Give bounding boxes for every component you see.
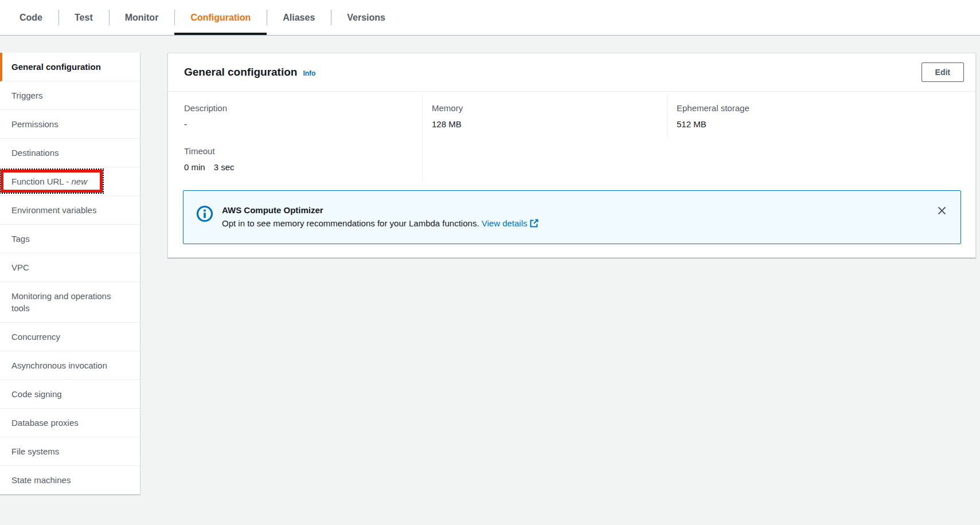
configuration-layout: General configuration Triggers Permissio…	[0, 36, 980, 495]
field-spacer	[422, 138, 667, 181]
new-badge: new	[71, 177, 87, 186]
field-value: 128 MB	[432, 119, 667, 129]
banner-message-text: Opt in to see memory recommendations for…	[222, 218, 479, 228]
sidebar-item-code-signing[interactable]: Code signing	[0, 380, 140, 409]
field-value: 512 MB	[677, 119, 959, 129]
field-description: Description -	[184, 95, 422, 138]
tab-code[interactable]: Code	[3, 0, 58, 35]
banner-message: Opt in to see memory recommendations for…	[222, 218, 538, 229]
sidebar-item-file-systems[interactable]: File systems	[0, 437, 140, 466]
timeout-seconds: 3 sec	[214, 162, 235, 172]
info-link[interactable]: Info	[303, 69, 315, 77]
view-details-link[interactable]: View details	[482, 218, 528, 228]
external-link-icon[interactable]	[530, 220, 538, 229]
field-label: Description	[184, 103, 422, 113]
sidebar-item-async-invocation[interactable]: Asynchronous invocation	[0, 351, 140, 380]
field-value: -	[184, 119, 422, 129]
field-label: Ephemeral storage	[677, 103, 959, 113]
sidebar-item-general-configuration[interactable]: General configuration	[0, 53, 140, 81]
tab-aliases[interactable]: Aliases	[267, 0, 331, 35]
banner-title: AWS Compute Optimizer	[222, 205, 538, 215]
tab-test[interactable]: Test	[58, 0, 109, 35]
close-icon[interactable]	[935, 203, 949, 218]
sidebar-item-permissions[interactable]: Permissions	[0, 110, 140, 139]
field-spacer	[667, 138, 959, 181]
field-ephemeral-storage: Ephemeral storage 512 MB	[667, 95, 959, 138]
sidebar-item-function-url[interactable]: Function URL - new	[0, 167, 140, 196]
banner-text-block: AWS Compute Optimizer Opt in to see memo…	[222, 205, 538, 229]
sidebar-item-label: Function URL -	[11, 177, 71, 186]
card-header: General configuration Info Edit	[168, 53, 975, 92]
field-value: 0 min3 sec	[184, 162, 422, 172]
configuration-sidebar: General configuration Triggers Permissio…	[0, 53, 140, 495]
tab-monitor[interactable]: Monitor	[109, 0, 175, 35]
sidebar-item-environment-variables[interactable]: Environment variables	[0, 196, 140, 225]
function-tab-bar: Code Test Monitor Configuration Aliases …	[0, 0, 980, 36]
general-configuration-card: General configuration Info Edit Descript…	[167, 53, 976, 258]
sidebar-item-concurrency[interactable]: Concurrency	[0, 323, 140, 351]
field-memory: Memory 128 MB	[422, 95, 667, 138]
configuration-fields: Description - Memory 128 MB Ephemeral st…	[168, 92, 975, 188]
tab-configuration[interactable]: Configuration	[174, 0, 267, 35]
page-title: General configuration	[184, 66, 297, 79]
timeout-minutes: 0 min	[184, 162, 205, 172]
field-label: Memory	[432, 103, 667, 113]
compute-optimizer-banner: AWS Compute Optimizer Opt in to see memo…	[183, 190, 961, 244]
sidebar-item-vpc[interactable]: VPC	[0, 253, 140, 282]
main-panel: General configuration Info Edit Descript…	[167, 53, 976, 258]
field-timeout: Timeout 0 min3 sec	[184, 138, 422, 181]
tab-versions[interactable]: Versions	[331, 0, 401, 35]
sidebar-item-destinations[interactable]: Destinations	[0, 139, 140, 167]
field-label: Timeout	[184, 146, 422, 156]
sidebar-item-state-machines[interactable]: State machines	[0, 466, 140, 494]
sidebar-item-monitoring-tools[interactable]: Monitoring and operations tools	[0, 282, 140, 323]
sidebar-item-database-proxies[interactable]: Database proxies	[0, 409, 140, 437]
sidebar-item-triggers[interactable]: Triggers	[0, 81, 140, 110]
card-title-row: General configuration Info	[184, 66, 315, 79]
info-circle-icon	[196, 205, 213, 225]
edit-button[interactable]: Edit	[922, 62, 964, 82]
sidebar-item-tags[interactable]: Tags	[0, 225, 140, 253]
